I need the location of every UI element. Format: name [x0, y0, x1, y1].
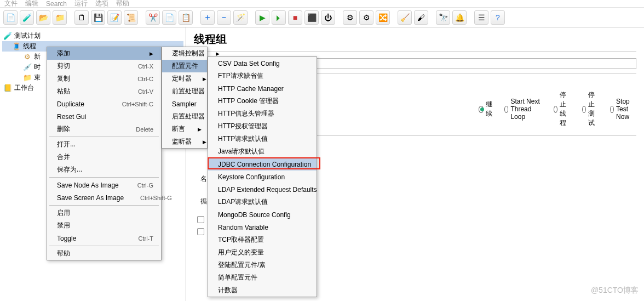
paste-icon[interactable]: 📋: [179, 10, 193, 25]
save-icon[interactable]: 💾: [91, 10, 105, 25]
radio-stop-thread[interactable]: 停止线程: [554, 90, 572, 128]
panel-title: 线程组: [194, 32, 636, 47]
ctx1-item-1[interactable]: 剪切Ctrl-X: [47, 60, 161, 72]
checkbox-1[interactable]: [197, 216, 204, 223]
ctx2-item-7[interactable]: 监听器▶: [162, 135, 207, 148]
ctx3-item-2[interactable]: HTTP Cache Manager: [208, 82, 317, 95]
thread-icon: 🧵: [12, 42, 21, 51]
menu-run[interactable]: 运行: [74, 0, 88, 8]
context-menu-main[interactable]: 添加▶剪切Ctrl-X复制Ctrl-C粘贴Ctrl-VDuplicateCtrl…: [47, 47, 162, 260]
ctx1-item-2[interactable]: 复制Ctrl-C: [47, 72, 161, 85]
ctx1-item-16[interactable]: 禁用: [47, 219, 161, 232]
scroll-icon[interactable]: 📜: [124, 10, 138, 25]
ctx1-item-0[interactable]: 添加▶: [47, 47, 161, 60]
ctx3-item-12[interactable]: MongoDB Source Config: [208, 208, 317, 221]
ctx1-item-13[interactable]: Save Screen As ImageCtrl+Shift-G: [47, 191, 161, 204]
menubar: 文件 编辑 Search 运行 选项 帮助: [0, 0, 644, 8]
ctx3-item-13[interactable]: Random Variable: [208, 221, 317, 234]
gear-icon: ⚙: [23, 53, 32, 61]
note-icon[interactable]: 📝: [107, 10, 122, 25]
ctx1-item-15[interactable]: 启用: [47, 207, 161, 219]
new-plan-icon[interactable]: 📄: [3, 10, 18, 25]
folder-icon: 📁: [23, 73, 32, 82]
ctx2-item-5[interactable]: 后置处理器▶: [162, 110, 207, 123]
ctx1-item-6[interactable]: 删除Delete: [47, 123, 161, 135]
ctx3-item-8[interactable]: JDBC Connection Configuration: [208, 158, 317, 171]
toggle-icon[interactable]: 🔀: [376, 10, 390, 25]
ctx3-item-17[interactable]: 简单配置元件: [208, 271, 317, 284]
menu-help[interactable]: 帮助: [116, 0, 129, 8]
menu-edit[interactable]: 编辑: [25, 0, 38, 8]
radio-stop-now[interactable]: Stop Test Now: [610, 98, 636, 121]
cut-icon[interactable]: ✂️: [146, 10, 160, 25]
gear2-icon[interactable]: ⚙: [359, 10, 373, 25]
ctx3-item-7[interactable]: Java请求默认值: [208, 145, 317, 158]
ctx3-item-11[interactable]: LDAP请求默认值: [208, 196, 317, 208]
copy-icon[interactable]: 📄: [162, 10, 176, 25]
context-menu-config[interactable]: CSV Data Set ConfigFTP请求缺省值HTTP Cache Ma…: [208, 56, 317, 297]
ctx3-item-4[interactable]: HTTP信息头管理器: [208, 107, 317, 120]
ctx3-item-10[interactable]: LDAP Extended Request Defaults: [208, 183, 317, 196]
wand-icon[interactable]: 🪄: [233, 10, 248, 25]
notebook-icon: 📒: [3, 84, 12, 93]
bell-icon[interactable]: 🔔: [452, 10, 467, 25]
plus-icon[interactable]: ＋: [200, 10, 215, 25]
ctx3-item-6[interactable]: HTTP请求默认值: [208, 133, 317, 145]
checkbox-2[interactable]: [197, 228, 204, 235]
ctx1-item-9[interactable]: 合并: [47, 151, 161, 163]
tree-root[interactable]: 🧪测试计划: [2, 31, 183, 41]
close-icon[interactable]: 📁: [53, 10, 67, 25]
help-icon[interactable]: ?: [491, 10, 505, 25]
doc-icon[interactable]: 🗒: [74, 10, 89, 25]
ctx1-item-8[interactable]: 打开...: [47, 138, 161, 151]
ctx3-item-5[interactable]: HTTP授权管理器: [208, 120, 317, 133]
ctx2-item-2[interactable]: 定时器▶: [162, 72, 207, 85]
menu-options[interactable]: 选项: [95, 0, 108, 8]
context-menu-add[interactable]: 逻辑控制器▶配置元件▶定时器▶前置处理器▶Sampler▶后置处理器▶断言▶监听…: [162, 47, 208, 149]
ctx3-item-18[interactable]: 计数器: [208, 284, 317, 297]
flask-icon[interactable]: 🧪: [20, 10, 34, 25]
ctx3-item-9[interactable]: Keystore Configuration: [208, 171, 317, 183]
menu-search[interactable]: Search: [46, 0, 67, 8]
ctx2-item-1[interactable]: 配置元件▶: [162, 60, 207, 72]
ctx3-item-15[interactable]: 用户定义的变量: [208, 246, 317, 259]
syringe-icon: 💉: [23, 63, 32, 72]
ctx1-item-17[interactable]: ToggleCtrl-T: [47, 232, 161, 245]
gear1-icon[interactable]: ⚙: [343, 10, 357, 25]
open-icon[interactable]: 📂: [36, 10, 50, 25]
ctx2-item-4[interactable]: Sampler▶: [162, 98, 207, 110]
radio-stop-test[interactable]: 停止测试: [582, 90, 600, 128]
play-icon[interactable]: ▶: [255, 10, 269, 25]
ctx3-item-3[interactable]: HTTP Cookie 管理器: [208, 95, 317, 107]
binoculars-icon[interactable]: 🔭: [436, 10, 450, 25]
ctx1-item-12[interactable]: Save Node As ImageCtrl-G: [47, 179, 161, 191]
ctx3-item-14[interactable]: TCP取样器配置: [208, 234, 317, 246]
stop-all-icon[interactable]: ⬛: [304, 10, 319, 25]
ctx1-item-5[interactable]: Reset Gui: [47, 110, 161, 123]
ctx3-item-0[interactable]: CSV Data Set Config: [208, 57, 317, 70]
flask-icon: 🧪: [3, 32, 12, 41]
radio-continue[interactable]: 继续: [479, 100, 495, 118]
radio-start-next[interactable]: Start Next Thread Loop: [504, 98, 544, 121]
ctx1-item-4[interactable]: DuplicateCtrl+Shift-C: [47, 98, 161, 110]
ctx1-item-10[interactable]: 保存为...: [47, 163, 161, 176]
minus-icon[interactable]: －: [217, 10, 231, 25]
shutdown-icon[interactable]: ⏻: [321, 10, 335, 25]
broom-icon[interactable]: 🧹: [398, 10, 412, 25]
ctx1-item-19[interactable]: 帮助: [47, 247, 161, 260]
ctx2-item-3[interactable]: 前置处理器▶: [162, 85, 207, 98]
ctx1-item-3[interactable]: 粘贴Ctrl-V: [47, 85, 161, 98]
play-next-icon[interactable]: ⏵: [272, 10, 286, 25]
watermark: @51CTO博客: [591, 286, 639, 296]
toolbar: 📄 🧪 📂 📁 🗒 💾 📝 📜 ✂️ 📄 📋 ＋ － 🪄 ▶ ⏵ ■ ⬛ ⏻ ⚙…: [0, 8, 644, 27]
ctx2-item-0[interactable]: 逻辑控制器▶: [162, 47, 207, 60]
ctx2-item-6[interactable]: 断言▶: [162, 123, 207, 135]
list-icon[interactable]: ☰: [474, 10, 488, 25]
ctx3-item-1[interactable]: FTP请求缺省值: [208, 70, 317, 82]
menu-file[interactable]: 文件: [4, 0, 18, 8]
ctx3-item-16[interactable]: 登陆配置元件/素: [208, 259, 317, 271]
stop-icon[interactable]: ■: [288, 10, 302, 25]
paint-icon[interactable]: 🖌: [414, 10, 428, 25]
